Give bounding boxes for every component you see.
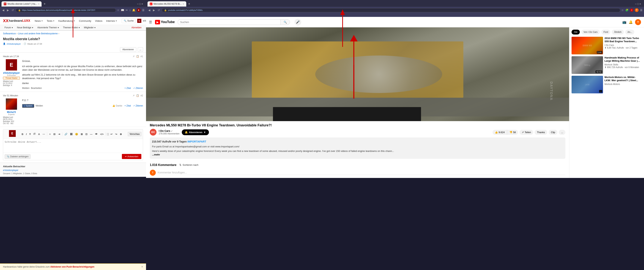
submit-reply-button[interactable]: ↩ Antworten <box>122 154 141 159</box>
window-maximize-left[interactable]: □ <box>139 3 140 6</box>
sync-icon[interactable]: ↕ <box>129 9 131 12</box>
post-2-danke-btn[interactable]: 👍 Danke <box>112 104 122 107</box>
tab-youtube[interactable]: Mercedes ML550 M278 Bi... × <box>148 1 186 7</box>
editor-preview[interactable]: Vorschau <box>128 132 141 136</box>
editor-italic[interactable]: I <box>25 132 28 136</box>
bookmark-icon-right[interactable]: ☆ <box>621 9 624 12</box>
thread-author[interactable]: eVolutionplayer <box>7 43 21 45</box>
post-1-author-name[interactable]: eVolutionplayer <box>3 72 20 74</box>
thanks-button[interactable]: Thanks <box>535 130 547 135</box>
editor-table[interactable]: ⊞ <box>80 132 84 136</box>
video-description[interactable]: 210.547 Aufrufe vor 9 Tagen IMPORTAPART … <box>150 138 565 159</box>
editor-bold[interactable]: B <box>20 132 24 136</box>
editor-list-unordered[interactable]: ≡ <box>48 132 52 136</box>
tab-hardwareluxx[interactable]: FF Mozilla oberste Leiste? | Ha... × <box>2 1 42 7</box>
window-minimize-left[interactable]: − <box>137 3 138 6</box>
filter-from-channel[interactable]: Von I Do Cars <box>581 30 600 35</box>
rec-video-3[interactable]: LKW ... Morlock-Motors vs. Militär-LKW: … <box>572 76 642 93</box>
new-tab-btn-left[interactable]: + <box>42 2 47 6</box>
forum-nav-neue-beitraege[interactable]: Neue Beiträge ▼ <box>16 26 35 30</box>
attach-files-button[interactable]: 📎 Dateien anhängen <box>5 154 30 159</box>
yt-mic-button[interactable]: 🎤 <box>294 19 301 26</box>
editor-undo[interactable]: ↩ <box>110 132 114 136</box>
editor-strikethrough[interactable]: T <box>28 132 32 136</box>
rec-video-1[interactable]: BMW M3 5:44 2016 BMW F80 M3 Twin Turbo S… <box>572 37 642 54</box>
back-btn-left[interactable]: ◀ <box>2 8 5 12</box>
forum-nav-abonnierte[interactable]: Abonnierte Themen ▼ <box>36 26 61 30</box>
more-options-button[interactable]: ... <box>138 47 143 52</box>
post-1-reply-btn[interactable]: ⤶ Zitieren <box>133 87 143 89</box>
window-maximize-right[interactable]: □ <box>637 3 638 6</box>
forum-nav-themen-finden[interactable]: Themen finden ▼ <box>62 26 82 30</box>
window-close-right[interactable]: × <box>640 3 641 6</box>
yt-search-button[interactable]: 🔍 <box>280 19 290 25</box>
rec-video-2[interactable]: Milling 42:42 Handmade Making Process of… <box>572 56 642 74</box>
post-2-report-btn[interactable]: Melden <box>36 104 43 108</box>
forum-nav-mitglieder[interactable]: Mitglieder ▼ <box>82 26 97 30</box>
subscribe-button[interactable]: Abonnieren <box>120 47 136 52</box>
editor-indent[interactable]: ⇥ <box>57 132 61 136</box>
channel-name[interactable]: I Do Cars ✓ <box>159 129 180 132</box>
editor-list-ordered[interactable]: ⊟ <box>52 132 56 136</box>
editor-spoiler[interactable]: 👁 <box>94 132 98 136</box>
post-1-edit-btn[interactable]: Bearbeiten <box>31 87 42 89</box>
tab-close-right[interactable]: × <box>183 3 184 5</box>
editor-html[interactable]: </> <box>99 132 105 136</box>
yt-menu-icon[interactable]: ☰ <box>149 20 152 24</box>
editor-horizontal-rule[interactable]: — <box>89 132 94 136</box>
user-avatar-header[interactable]: E <box>137 19 141 23</box>
filter-more[interactable]: An... <box>625 30 634 35</box>
betrachter-user[interactable]: eVolutionplayer <box>3 169 143 172</box>
channel-avatar[interactable]: IDC <box>150 129 156 136</box>
breadcrumb-softwareluxx[interactable]: Softwareluxx <box>3 32 16 35</box>
forum-nav-abmelden[interactable]: Abmelden <box>130 26 143 30</box>
search-button[interactable]: 🔍 Suche <box>122 19 136 23</box>
show-more-btn[interactable]: ...mehr <box>152 153 160 156</box>
editor-code-block[interactable]: ⊡ <box>84 132 88 136</box>
reload-btn-right[interactable]: ↺ <box>157 8 161 12</box>
profile-icon[interactable]: E <box>137 8 140 12</box>
yt-cast-icon[interactable]: 📺 <box>622 20 626 24</box>
yt-video-player[interactable]: DAYTONA <box>146 27 569 121</box>
url-bar-right[interactable]: 🔒 youtube.com/watch?v=ubMylwT49Ws <box>162 8 620 12</box>
notif-icon-browser[interactable]: 🔔 <box>132 9 135 12</box>
editor-redo[interactable]: ↪ <box>114 132 118 136</box>
nav-videos[interactable]: Videos <box>94 19 104 23</box>
new-tab-btn-right[interactable]: + <box>187 2 192 6</box>
like-button[interactable]: 👍 9.624 <box>492 130 507 135</box>
extensions-icon[interactable]: 🧩 <box>625 9 628 12</box>
nav-kaufberatung[interactable]: Kaufberatung ▼ <box>57 19 77 23</box>
nav-news[interactable]: News ▼ <box>33 19 44 23</box>
nav-tests[interactable]: Tests ▼ <box>45 19 56 23</box>
yt-logo[interactable]: ▶ YouTube <box>155 20 175 24</box>
yt-notification-icon[interactable]: 🔔 <box>629 20 633 24</box>
editor-font[interactable]: ĭT̈ <box>32 132 36 136</box>
post-2-author-name[interactable]: Micha72 <box>3 111 20 113</box>
menu-icon-browser[interactable]: ☰ <box>142 9 144 12</box>
share-button[interactable]: ↗ Teilen <box>520 130 533 135</box>
reader-mode-icon[interactable]: 📖 <box>121 9 124 12</box>
menu-icon-browser-right[interactable]: ☰ <box>640 9 642 12</box>
notif-icon-right[interactable]: 2 <box>630 9 633 12</box>
bookmark-icon[interactable]: ☆ <box>117 9 120 12</box>
post-2-share-icon[interactable]: ↗ <box>132 94 134 97</box>
editor-link[interactable]: 🔗 <box>64 132 68 136</box>
profile-icon-right[interactable]: T <box>635 8 638 12</box>
filter-similar[interactable]: Ähnlich <box>612 30 624 35</box>
subscribe-channel-button[interactable]: 🔔 Abonnieren ▼ <box>182 129 209 135</box>
comment-input[interactable]: Kommentar hinzufügen... <box>158 170 565 175</box>
forum-nav-forum[interactable]: Forum ▼ <box>3 26 15 30</box>
post-2-quote-btn[interactable]: + Zitat <box>124 104 131 107</box>
filter-all[interactable]: Alle <box>572 30 580 35</box>
yt-user-avatar[interactable]: T <box>635 19 641 25</box>
post-1-quote-btn[interactable]: + Zitat <box>124 87 131 89</box>
system-badge[interactable]: ✓ System <box>22 104 34 108</box>
post-1-share-icon[interactable]: ↗ <box>132 55 134 58</box>
site-logo[interactable]: XX hardwareLUXX <box>3 18 30 23</box>
dislike-button[interactable]: 👎 58 <box>507 130 518 135</box>
post-2-bookmark-icon[interactable]: 📋 <box>136 94 139 97</box>
editor-more[interactable]: ⊕ <box>119 132 123 136</box>
post-1-report-btn[interactable]: Melden <box>22 87 30 89</box>
reload-btn-left[interactable]: ↺ <box>11 8 14 12</box>
url-bar-left[interactable]: 🔒 https://www.hardwareluxx.de/community/… <box>16 8 116 12</box>
